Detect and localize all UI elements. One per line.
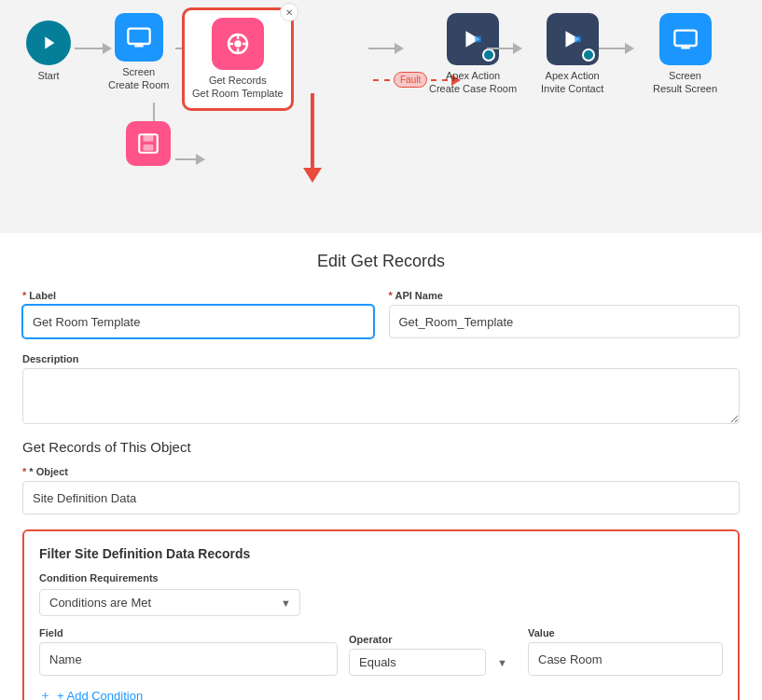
description-group: Description (22, 353, 740, 424)
api-name-group: API Name (389, 290, 741, 338)
object-group: * Object (22, 466, 740, 515)
start-icon (26, 21, 71, 65)
filter-title: Filter Site Definition Data Records (39, 546, 723, 561)
floppy-get-arrow (175, 154, 205, 165)
field-label: Field (39, 627, 338, 638)
condition-requirements-label: Condition Requirements (39, 572, 723, 583)
condition-requirements-select[interactable]: Conditions are Met All Conditions Are Me… (39, 589, 300, 616)
filter-operator-col: Operator Equals Not Equal To Contains Do… (349, 634, 517, 676)
editor-title: Edit Get Records (22, 252, 740, 271)
label-group: Label (22, 290, 374, 338)
add-condition-icon: ＋ (39, 687, 51, 700)
screen-create-room-node[interactable]: Screen Create Room (108, 13, 169, 92)
get-records-label: Get Records Get Room Template (192, 74, 284, 101)
arrow-start-screen (75, 43, 112, 54)
editor-panel: Edit Get Records Label API Name Descript… (0, 233, 762, 700)
arrow-get-apex1 (368, 43, 404, 54)
description-input[interactable] (22, 368, 740, 424)
operator-label: Operator (349, 634, 517, 645)
filter-field-col: Field (39, 627, 338, 676)
screen-result-node[interactable]: Screen Result Screen (653, 13, 717, 96)
svg-rect-17 (674, 31, 696, 46)
operator-chevron-icon: ▼ (497, 657, 507, 668)
get-records-icon (212, 18, 264, 70)
operator-select[interactable]: Equals Not Equal To Contains Does Not Co… (349, 649, 486, 676)
svg-rect-1 (128, 29, 149, 44)
condition-requirements-group: Condition Requirements Conditions are Me… (39, 572, 723, 616)
floppy-icon (126, 121, 171, 166)
filter-value-col: Value (528, 627, 723, 676)
start-label: Start (37, 69, 59, 82)
screen-create-room-label: Screen Create Room (108, 65, 169, 92)
api-name-input[interactable] (389, 305, 741, 338)
condition-requirements-select-wrapper: Conditions are Met All Conditions Are Me… (39, 589, 300, 616)
field-input[interactable] (39, 642, 338, 676)
screen-result-icon (659, 13, 712, 65)
fault-down-arrow (303, 93, 322, 183)
value-input[interactable] (528, 642, 723, 676)
svg-rect-11 (144, 134, 154, 142)
apex-create-case-room-node[interactable]: Apex Action Create Case Room (429, 13, 517, 96)
svg-marker-0 (45, 37, 54, 49)
apex-invite-contact-icon (547, 13, 599, 65)
fault-badge: Fault (394, 72, 427, 88)
canvas: Start Screen Create Room ✕ (0, 0, 762, 233)
label-apiname-row: Label API Name (22, 290, 740, 338)
filter-columns: Field Operator Equals Not Equal To Conta… (39, 627, 723, 676)
arrow-apex1-apex2 (487, 43, 522, 54)
floppy-node[interactable] (126, 121, 171, 166)
svg-point-5 (234, 40, 242, 48)
label-input[interactable] (22, 305, 374, 338)
object-label: * Object (22, 466, 740, 477)
description-label: Description (22, 353, 740, 364)
get-records-node[interactable]: ✕ Get Records Get Room Template (182, 7, 294, 111)
screen-create-room-icon (115, 13, 163, 62)
description-row: Description (22, 353, 740, 424)
value-label: Value (528, 627, 723, 638)
apex-invite-contact-label: Apex Action Invite Contact (541, 69, 603, 96)
filter-box: Filter Site Definition Data Records Cond… (22, 529, 740, 700)
api-name-label: API Name (389, 290, 741, 301)
label-field-label: Label (22, 290, 374, 301)
delete-button[interactable]: ✕ (280, 3, 298, 21)
apex-create-case-room-label: Apex Action Create Case Room (429, 69, 517, 96)
add-condition-label: + Add Condition (57, 689, 143, 701)
svg-rect-16 (575, 36, 581, 43)
object-input[interactable] (22, 481, 740, 515)
object-row: * Object (22, 466, 740, 515)
operator-select-wrapper: Equals Not Equal To Contains Does Not Co… (349, 649, 517, 676)
apex-create-case-room-icon (447, 13, 499, 65)
section-title: Get Records of This Object (22, 439, 740, 455)
start-node[interactable]: Start (26, 21, 71, 82)
svg-rect-14 (475, 36, 481, 43)
svg-rect-12 (144, 144, 154, 151)
apex-invite-contact-node[interactable]: Apex Action Invite Contact (541, 13, 603, 96)
arrow-apex2-screen (599, 43, 634, 54)
screen-result-label: Screen Result Screen (653, 69, 717, 96)
add-condition-button[interactable]: ＋ + Add Condition (39, 687, 143, 700)
